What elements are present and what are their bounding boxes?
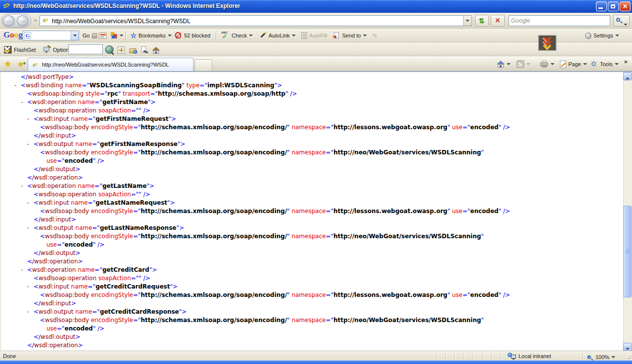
- google-search-dropdown[interactable]: [71, 31, 79, 40]
- bookmarks-star-icon: ☆: [130, 32, 137, 39]
- resize-grip[interactable]: [626, 354, 631, 359]
- rss-feed-icon: [516, 60, 524, 68]
- flashget-logo[interactable]: [538, 35, 556, 51]
- xml-line: use="encoded" />: [1, 325, 623, 333]
- xml-line: </wsdl:output>: [1, 165, 623, 174]
- xml-line: </wsdl:operation>: [1, 257, 623, 266]
- collapse-toggle[interactable]: -: [27, 283, 34, 291]
- scroll-up-button[interactable]: [623, 72, 632, 80]
- address-field[interactable]: e http://neo/WebGoat/services/WSDLScanni…: [40, 15, 472, 26]
- tab-bar: ★ ★+ e http://neo/WebGoat/services/WSDLS…: [0, 56, 632, 72]
- feeds-button[interactable]: [516, 59, 530, 70]
- xml-document: </wsdl:portType>-<wsdl:binding name="WSD…: [1, 72, 623, 350]
- tab-favicon: e: [32, 62, 39, 69]
- xml-line: use="encoded" />: [1, 157, 623, 165]
- back-button[interactable]: ←: [3, 15, 15, 26]
- send-to-button[interactable]: ➜ Send to: [332, 31, 368, 40]
- flashget-toolbar: FlashGet Options: [0, 42, 632, 56]
- home-button[interactable]: [497, 59, 511, 70]
- pencil-icon: ✎: [372, 32, 378, 39]
- xml-line: -<wsdl:input name="getCreditCardRequest"…: [1, 283, 623, 291]
- search-go-button[interactable]: [613, 15, 630, 27]
- xml-line: -<wsdl:input name="getLastNameRequest">: [1, 199, 623, 207]
- xml-line: -<wsdl:input name="getFirstNameRequest">: [1, 115, 623, 123]
- print-button[interactable]: [540, 59, 554, 70]
- flashget-button[interactable]: FlashGet: [3, 45, 37, 55]
- collapse-toggle[interactable]: -: [14, 81, 21, 90]
- google-search-combo[interactable]: G: [23, 31, 79, 40]
- xml-line: <wsdlsoap:binding style="rpc" transport=…: [1, 90, 623, 98]
- globe-search-icon: [105, 45, 114, 54]
- popup-blocker-button[interactable]: 52 blocked: [174, 31, 211, 40]
- address-bar-row: ← → e http://neo/WebGoat/services/WSDLSc…: [0, 13, 632, 29]
- zoom-dropdown[interactable]: [611, 356, 615, 358]
- collapse-toggle[interactable]: -: [21, 98, 27, 107]
- collapse-toggle[interactable]: -: [27, 224, 34, 232]
- xml-line: <wsdlsoap:body encodingStyle="http://sch…: [1, 316, 623, 325]
- local-intranet-icon: [508, 353, 516, 360]
- xml-line: <wsdlsoap:body encodingStyle="http://sch…: [1, 232, 623, 241]
- folder-globe-icon: [129, 47, 137, 54]
- refresh-button[interactable]: ⇄: [475, 15, 489, 27]
- google-g-icon: G: [24, 32, 31, 39]
- scroll-down-button[interactable]: [623, 343, 632, 351]
- xml-line: <wsdlsoap:body encodingStyle="http://sch…: [1, 123, 623, 132]
- collapse-toggle[interactable]: -: [27, 308, 34, 316]
- ie-logo-icon[interactable]: e: [2, 2, 11, 10]
- xml-line: </wsdl:operation>: [1, 341, 623, 350]
- scrollbar-thumb[interactable]: [623, 206, 632, 297]
- flashget-search-button[interactable]: [104, 44, 115, 54]
- search-input[interactable]: [509, 16, 610, 26]
- toolbar-overflow-button[interactable]: »: [624, 56, 628, 67]
- browser-window: e http://neo/WebGoat/services/WSDLScanni…: [0, 0, 632, 364]
- collapse-toggle[interactable]: -: [21, 182, 27, 190]
- page-favicon: e: [42, 17, 49, 24]
- bookmarks-button[interactable]: ☆ Bookmarks: [129, 31, 173, 40]
- vertical-scrollbar[interactable]: [623, 72, 632, 351]
- zone-label: Local intranet: [518, 353, 551, 359]
- highlighter-icon[interactable]: [110, 31, 124, 40]
- xml-line: </wsdl:input>: [1, 216, 623, 224]
- page-content: </wsdl:portType>-<wsdl:binding name="WSD…: [1, 72, 623, 351]
- collapse-toggle[interactable]: -: [27, 199, 34, 207]
- collapse-toggle[interactable]: -: [27, 140, 34, 148]
- xml-line: -<wsdl:binding name="WSDLScanningSoapBin…: [1, 81, 623, 90]
- close-button[interactable]: ✕: [620, 1, 631, 11]
- flashget-home-button[interactable]: [151, 45, 161, 55]
- xml-line: </wsdl:portType>: [1, 73, 623, 81]
- security-zone[interactable]: Local intranet: [508, 353, 551, 360]
- tools-menu-button[interactable]: Tools: [591, 59, 619, 70]
- minimize-button[interactable]: [596, 1, 607, 11]
- new-tab-stub[interactable]: [195, 59, 212, 71]
- status-bar: Done Local intranet + 100%: [0, 351, 632, 361]
- news-icon[interactable]: [98, 31, 108, 40]
- page-menu-button[interactable]: Page: [560, 59, 587, 70]
- collapse-toggle[interactable]: -: [21, 266, 27, 274]
- google-go-button[interactable]: Go: [81, 31, 91, 40]
- site-explorer-button[interactable]: [128, 45, 138, 55]
- download-all-button[interactable]: [117, 45, 126, 55]
- xml-line: -<wsdl:operation name="getFirstName">: [1, 98, 623, 107]
- flashget-url-input[interactable]: [68, 44, 103, 54]
- autolink-button[interactable]: AutoLink: [259, 31, 297, 40]
- forward-button[interactable]: →: [17, 15, 29, 26]
- highlight-pen-button[interactable]: ✎: [371, 31, 379, 40]
- favorites-center-button[interactable]: ★: [2, 59, 14, 70]
- tab-active[interactable]: e http://neo/WebGoat/services/WSDLScanni…: [28, 58, 194, 71]
- pagerank-icon[interactable]: [91, 31, 98, 40]
- xml-line: </wsdl:input>: [1, 132, 623, 140]
- stop-button[interactable]: ✕: [491, 15, 505, 27]
- add-favorite-button[interactable]: ★+: [15, 59, 27, 70]
- live-search-box[interactable]: [509, 15, 610, 26]
- download-link-button[interactable]: [140, 45, 149, 55]
- collapse-toggle[interactable]: -: [27, 115, 34, 123]
- address-dropdown[interactable]: [463, 16, 472, 26]
- restore-button[interactable]: [608, 1, 619, 11]
- recent-pages-dropdown[interactable]: [34, 20, 38, 22]
- google-toolbar: Google G Go ☆ Bookmarks 52 blocked ABC✓ …: [0, 29, 632, 42]
- settings-button[interactable]: Settings: [584, 31, 620, 40]
- autofill-button[interactable]: AutoFill: [300, 31, 328, 40]
- address-url: http://neo/WebGoat/services/WSDLScanning…: [52, 18, 191, 25]
- spellcheck-button[interactable]: ABC✓ Check: [220, 31, 254, 40]
- xml-line: -<wsdl:output name="getLastNameResponse"…: [1, 224, 623, 232]
